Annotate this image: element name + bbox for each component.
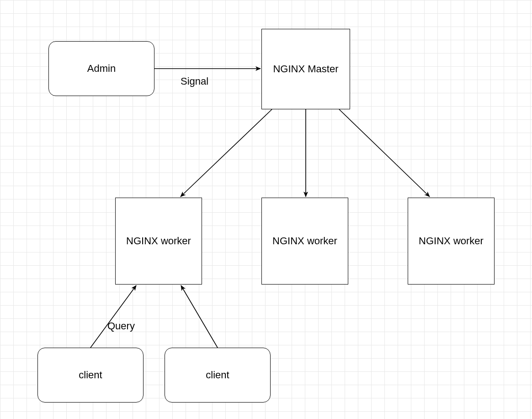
edge-label-signal: Signal (181, 75, 208, 87)
node-client1-label: client (79, 369, 102, 381)
arrow-master-to-worker1 (181, 109, 272, 197)
node-admin[interactable]: Admin (48, 41, 154, 96)
node-client2[interactable]: client (165, 348, 271, 403)
node-client2-label: client (206, 369, 229, 381)
edge-label-query: Query (107, 320, 135, 332)
arrow-master-to-worker3 (339, 109, 430, 197)
node-master-label: NGINX Master (273, 63, 338, 75)
node-worker3[interactable]: NGINX worker (408, 198, 495, 285)
node-master[interactable]: NGINX Master (261, 29, 350, 109)
node-client1[interactable]: client (37, 348, 144, 403)
arrow-client2-to-worker1 (181, 285, 218, 348)
node-worker1[interactable]: NGINX worker (115, 198, 202, 285)
diagram-canvas: Admin NGINX Master NGINX worker NGINX wo… (0, 0, 532, 419)
node-worker2[interactable]: NGINX worker (261, 198, 348, 285)
node-worker1-label: NGINX worker (126, 235, 191, 247)
node-admin-label: Admin (87, 63, 116, 75)
arrow-client1-to-worker1 (90, 285, 136, 348)
node-worker2-label: NGINX worker (272, 235, 337, 247)
node-worker3-label: NGINX worker (419, 235, 484, 247)
